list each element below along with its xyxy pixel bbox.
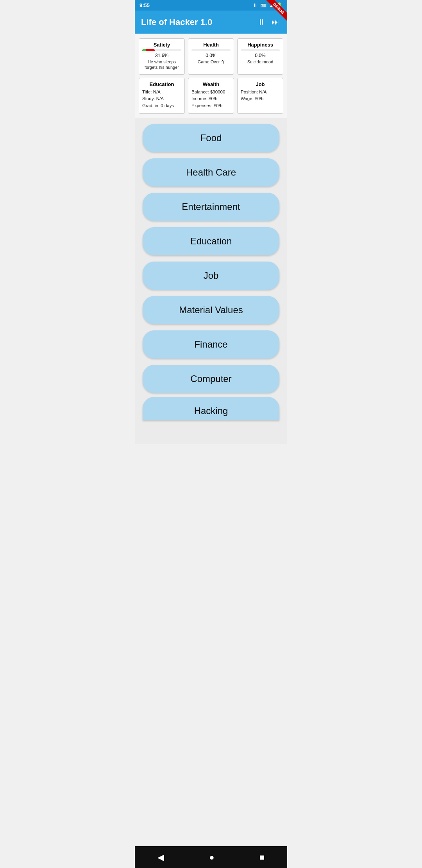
pause-status-icon: ⏸ xyxy=(253,2,258,8)
stats-grid: Satiety 31.6% He who sleeps forgets his … xyxy=(139,38,283,114)
satiety-bar-green xyxy=(142,49,146,51)
education-line-3: Grad. in: 0 days xyxy=(142,102,181,109)
satiety-percent: 31.6% xyxy=(142,53,181,58)
education-button[interactable]: Education xyxy=(143,227,279,255)
education-line-1: Title: N/A xyxy=(142,89,181,96)
pause-button[interactable]: ⏸ xyxy=(256,16,267,28)
status-bar: 9:55 ⏸ 🪪 ▲ 🔋 xyxy=(135,0,287,11)
wealth-title: Wealth xyxy=(191,81,231,87)
job-lines: Position: N/A Wage: $0/h xyxy=(241,89,280,103)
happiness-percent: 0.0% xyxy=(241,53,280,58)
status-icons: ⏸ 🪪 ▲ 🔋 xyxy=(253,2,283,8)
app-title: Life of Hacker 1.0 xyxy=(141,17,212,27)
job-card: Job Position: N/A Wage: $0/h xyxy=(237,78,283,114)
job-line-1: Position: N/A xyxy=(241,89,280,96)
health-title: Health xyxy=(191,42,231,48)
wealth-lines: Balance: $30000 Income: $0/h Expenses: $… xyxy=(191,89,231,109)
finance-button[interactable]: Finance xyxy=(143,330,279,359)
job-button[interactable]: Job xyxy=(143,262,279,290)
food-button[interactable]: Food xyxy=(143,124,279,152)
wealth-card: Wealth Balance: $30000 Income: $0/h Expe… xyxy=(188,78,234,114)
education-stat-title: Education xyxy=(142,81,181,87)
wealth-line-1: Balance: $30000 xyxy=(191,89,231,96)
education-card: Education Title: N/A Study: N/A Grad. in… xyxy=(139,78,185,114)
satiety-bar xyxy=(142,49,181,51)
job-line-2: Wage: $0/h xyxy=(241,95,280,102)
app-bar-controls: ⏸ ⏭ xyxy=(256,16,281,28)
health-card: Health 0.0% Game Over :'( xyxy=(188,38,234,75)
happiness-card: Happiness 0.0% Suicide mood xyxy=(237,38,283,75)
education-lines: Title: N/A Study: N/A Grad. in: 0 days xyxy=(142,89,181,109)
happiness-desc: Suicide mood xyxy=(241,59,280,65)
menu-section: FoodHealth CareEntertainmentEducationJob… xyxy=(135,118,287,397)
hacking-button[interactable]: Hacking xyxy=(143,397,279,420)
card-status-icon: 🪪 xyxy=(260,2,266,8)
healthcare-button[interactable]: Health Care xyxy=(143,158,279,187)
partial-button-container: Hacking xyxy=(135,397,287,444)
health-bar xyxy=(191,49,231,51)
job-stat-title: Job xyxy=(241,81,280,87)
forward-button[interactable]: ⏭ xyxy=(270,16,281,28)
wealth-line-3: Expenses: $0/h xyxy=(191,102,231,109)
stats-container: Satiety 31.6% He who sleeps forgets his … xyxy=(135,34,287,118)
status-time: 9:55 xyxy=(139,2,150,8)
satiety-card: Satiety 31.6% He who sleeps forgets his … xyxy=(139,38,185,75)
computer-button[interactable]: Computer xyxy=(143,365,279,393)
battery-icon: 🔋 xyxy=(276,2,283,8)
wealth-line-2: Income: $0/h xyxy=(191,95,231,102)
entertainment-button[interactable]: Entertainment xyxy=(143,193,279,221)
health-desc: Game Over :'( xyxy=(191,59,231,65)
health-percent: 0.0% xyxy=(191,53,231,58)
satiety-desc: He who sleeps forgets his hunger xyxy=(142,59,181,70)
happiness-bar xyxy=(241,49,280,51)
material-values-button[interactable]: Material Values xyxy=(143,296,279,324)
signal-icon: ▲ xyxy=(269,2,274,8)
satiety-title: Satiety xyxy=(142,42,181,48)
education-line-2: Study: N/A xyxy=(142,95,181,102)
app-bar: Life of Hacker 1.0 ⏸ ⏭ xyxy=(135,11,287,34)
happiness-title: Happiness xyxy=(241,42,280,48)
